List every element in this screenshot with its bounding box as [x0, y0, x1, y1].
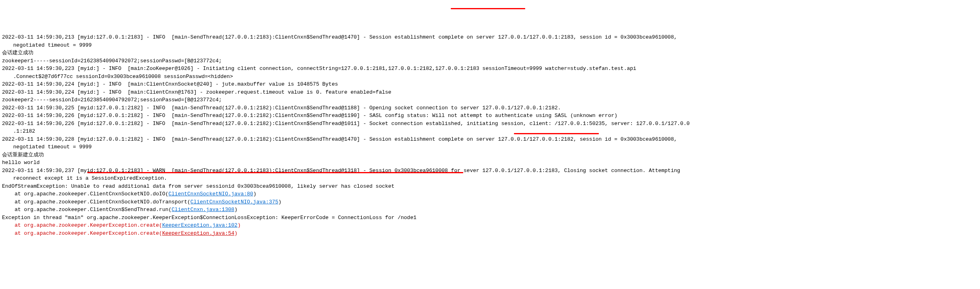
source-link[interactable]: ClientCnxnSocketNIO.java:375: [190, 199, 278, 205]
source-link[interactable]: KeeperException.java:54: [162, 230, 234, 236]
source-link[interactable]: ClientCnxn.java:1308: [171, 207, 234, 213]
stack-prefix: at org.apache.zookeeper.ClientCnxn$SendT…: [2, 207, 171, 213]
log-line-16: 会话重新建立成功: [2, 151, 978, 159]
stack-prefix: at org.apache.zookeeper.KeeperException.…: [2, 222, 162, 228]
log-line-15: negotiated timeout = 9999: [2, 143, 978, 151]
log-line-9: zookeeper2-----sessionId=216238540904792…: [2, 96, 978, 104]
source-link[interactable]: ClientCnxnSocketNIO.java:80: [168, 191, 253, 197]
log-line-5: 2022-03-11 14:59:30,223 [myid:] - INFO […: [2, 65, 978, 73]
stack-trace-line-3: at org.apache.zookeeper.ClientCnxn$SendT…: [2, 206, 978, 214]
log-line-11: 2022-03-11 14:59:30,226 [myid:127.0.0.1:…: [2, 112, 978, 120]
log-line-10: 2022-03-11 14:59:30,225 [myid:127.0.0.1:…: [2, 104, 978, 112]
source-link[interactable]: KeeperException.java:102: [162, 222, 237, 228]
stack-trace-line-1: at org.apache.zookeeper.ClientCnxnSocket…: [2, 190, 978, 198]
stack-suffix: ): [234, 230, 237, 236]
log-line-4: zookeeper1-----sessionId=216238540904792…: [2, 57, 978, 65]
exception-line: Exception in thread "main" org.apache.zo…: [2, 214, 978, 222]
annotation-underline-1: [451, 8, 525, 9]
log-line-1: 2022-03-11 14:59:30,213 [myid:127.0.0.1:…: [2, 33, 978, 41]
log-line-3: 会话建立成功: [2, 49, 978, 57]
log-line-13: .1:2182: [2, 127, 978, 135]
stack-suffix: ): [253, 191, 256, 197]
log-line-6: .Connect$2@7d6f77cc sessionId=0x3003bcea…: [2, 73, 978, 81]
stack-prefix: at org.apache.zookeeper.ClientCnxnSocket…: [2, 199, 190, 205]
log-line-12: 2022-03-11 14:59:30,226 [myid:127.0.0.1:…: [2, 120, 978, 128]
log-line-8: 2022-03-11 14:59:30,224 [myid:] - INFO […: [2, 88, 978, 96]
log-line-19: reconnect except it is a SessionExpiredE…: [2, 174, 978, 182]
stack-suffix: ): [279, 199, 282, 205]
log-line-7: 2022-03-11 14:59:30,224 [myid:] - INFO […: [2, 80, 978, 88]
log-line-20: EndOfStreamException: Unable to read add…: [2, 182, 978, 191]
annotation-underline-2: [514, 133, 599, 134]
log-line-14: 2022-03-11 14:59:30,228 [myid:127.0.0.1:…: [2, 135, 978, 143]
stack-suffix: ): [234, 207, 237, 213]
stack-trace-line-5: at org.apache.zookeeper.KeeperException.…: [2, 230, 978, 238]
log-line-18: 2022-03-11 14:59:30,237 [myid:127.0.0.1:…: [2, 167, 978, 175]
stack-trace-line-2: at org.apache.zookeeper.ClientCnxnSocket…: [2, 198, 978, 206]
stack-prefix: at org.apache.zookeeper.KeeperException.…: [2, 230, 162, 236]
stack-prefix: at org.apache.zookeeper.ClientCnxnSocket…: [2, 191, 168, 197]
annotation-underline-3: [87, 172, 463, 173]
stack-suffix: ): [237, 222, 241, 228]
stack-trace-line-4: at org.apache.zookeeper.KeeperException.…: [2, 221, 978, 230]
log-line-17: helllo world: [2, 159, 978, 167]
log-line-2: negotiated timeout = 9999: [2, 41, 978, 49]
